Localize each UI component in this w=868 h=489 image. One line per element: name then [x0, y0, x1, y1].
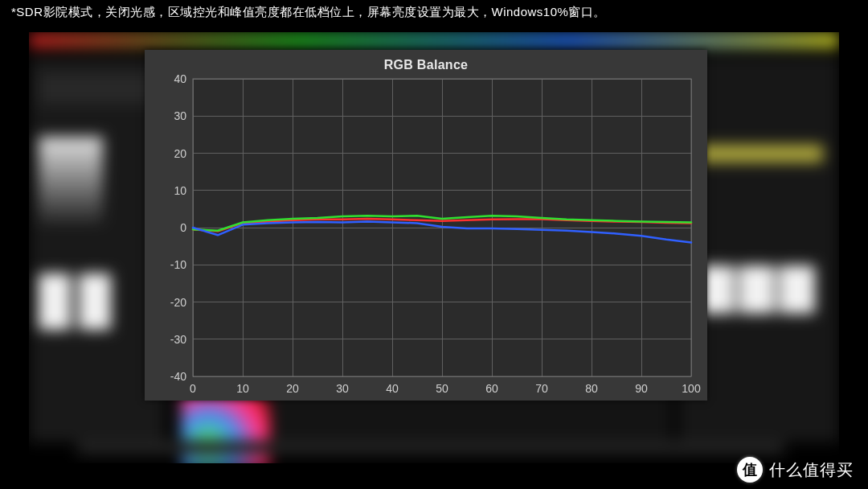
svg-text:-10: -10: [170, 258, 186, 271]
svg-text:70: 70: [535, 382, 548, 395]
svg-text:60: 60: [485, 382, 498, 395]
watermark-text: 什么值得买: [769, 459, 854, 481]
svg-text:-30: -30: [170, 333, 186, 346]
svg-text:20: 20: [174, 147, 186, 160]
watermark: 值 什么值得买: [737, 457, 854, 483]
caption-text: *SDR影院模式，关闭光感，区域控光和峰值亮度都在低档位上，屏幕亮度设置为最大，…: [11, 5, 606, 20]
svg-text:-40: -40: [170, 370, 186, 383]
svg-text:40: 40: [174, 72, 186, 85]
svg-text:90: 90: [635, 382, 648, 395]
rgb-balance-chart: RGB Balance -40-30-20-100102030400102030…: [145, 50, 707, 401]
svg-text:0: 0: [190, 382, 196, 395]
svg-text:80: 80: [585, 382, 598, 395]
svg-text:10: 10: [174, 184, 186, 197]
svg-text:30: 30: [174, 109, 186, 122]
svg-text:40: 40: [386, 382, 399, 395]
svg-text:0: 0: [180, 221, 186, 234]
svg-text:30: 30: [336, 382, 349, 395]
svg-text:20: 20: [286, 382, 299, 395]
svg-text:50: 50: [436, 382, 448, 395]
svg-text:-20: -20: [170, 296, 186, 309]
svg-text:10: 10: [236, 382, 249, 395]
svg-text:100: 100: [682, 382, 701, 395]
chart-svg: -40-30-20-100102030400102030405060708090…: [145, 50, 707, 401]
watermark-badge-icon: 值: [737, 457, 763, 483]
